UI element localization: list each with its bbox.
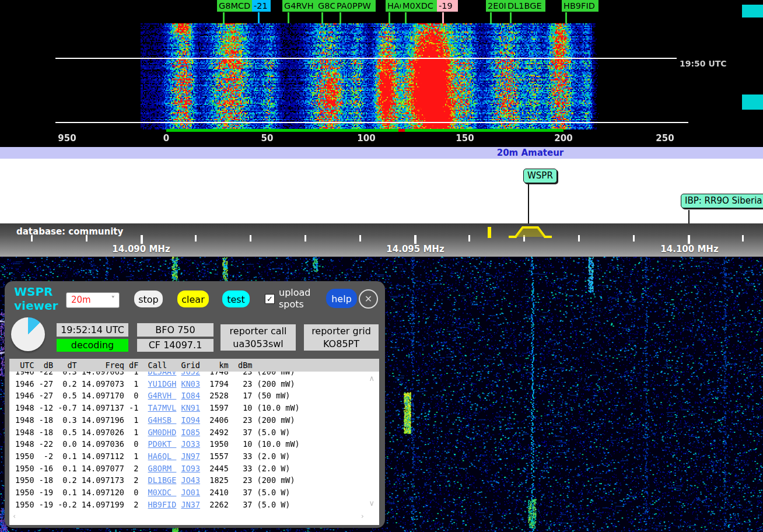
spot-callsign-stem — [258, 12, 260, 23]
spot-call-link[interactable]: PD0KT — [148, 439, 177, 449]
band-select[interactable]: 20m ˅ — [66, 292, 120, 308]
stop-button[interactable]: stop — [134, 290, 163, 307]
spot-callsign-label[interactable]: M0XDC — [401, 0, 438, 12]
scroll-right-icon[interactable]: › — [361, 512, 364, 520]
test-button[interactable]: test — [222, 290, 250, 307]
spot-table-scroll-area[interactable]: 1946 -22 0.3 14.097063 1 DL5AAV JO52 174… — [9, 372, 379, 525]
spot-callsign-label[interactable]: G4RVH — [282, 0, 316, 12]
spot-row: 1950 -18 0.2 14.097173 2 DL1BGE JO43 182… — [9, 474, 379, 487]
spot-call-link[interactable]: GM0DHD — [148, 428, 177, 437]
spot-grid-link[interactable]: JO33 — [181, 439, 201, 449]
scroll-up-icon[interactable]: ∧ — [369, 374, 374, 383]
spot-grid-link[interactable]: IO85 — [181, 428, 201, 437]
spot-grid-link[interactable]: KN91 — [181, 403, 201, 412]
spot-call-link[interactable]: M0XDC — [148, 488, 177, 497]
hz-scale-label: 250 — [656, 133, 674, 144]
spot-row: 1948 -18 0.5 14.097026 1 GM0DHD IO85 249… — [9, 426, 379, 439]
spot-grid-link[interactable]: JO43 — [181, 475, 201, 485]
chevron-down-icon: ˅ — [111, 295, 116, 303]
spot-row: 1946 -27 0.5 14.097170 0 G4RVH IO84 2528… — [9, 390, 379, 402]
decoding-status-badge: decoding — [57, 339, 128, 352]
spot-grid-link[interactable]: IO94 — [181, 415, 201, 425]
scroll-left-icon[interactable]: ‹ — [13, 512, 16, 520]
frequency-label: 14.095 MHz — [386, 244, 444, 254]
spot-row: 1950 -19 -0.2 14.097199 2 HB9FID JN37 22… — [9, 499, 379, 511]
frequency-tick — [195, 235, 197, 242]
panel-title: WSPR viewer — [14, 285, 58, 313]
frequency-tick — [304, 235, 306, 242]
reporter-call-box: reporter call ua3053swl — [220, 324, 296, 351]
spot-callsign-label[interactable]: -19 — [437, 0, 458, 12]
spot-grid-link[interactable]: JO52 — [181, 372, 201, 376]
spot-grid-link[interactable]: IO84 — [181, 391, 201, 400]
panel-title-line2: viewer — [14, 299, 58, 313]
wspr-bookmark-label[interactable]: WSPR — [523, 169, 557, 183]
bfo-readout: BFO 750 — [137, 323, 214, 337]
spot-call-link[interactable]: DL1BGE — [148, 475, 177, 485]
waterfall-timeline-upper — [55, 58, 677, 59]
spot-grid-link[interactable]: JO01 — [181, 488, 201, 497]
spot-row: 1946 -22 0.3 14.097063 1 DL5AAV JO52 174… — [9, 372, 379, 378]
spot-callsign-label[interactable]: G8C — [316, 0, 337, 12]
spot-call-link[interactable]: HB9FID — [148, 500, 177, 509]
frequency-label: 14.090 MHz — [112, 244, 170, 254]
kiwisdr-screen: G8MCD-21G4RVHG8CPA0PPWHA6M0XDC-192E0IDL1… — [0, 0, 763, 532]
hz-scale-label: 200 — [554, 133, 572, 144]
spot-call-link[interactable]: G4HSB — [148, 415, 177, 425]
frequency-tick — [359, 235, 361, 242]
spot-call-link[interactable]: DL5AAV — [148, 372, 177, 376]
frequency-tick — [578, 235, 580, 242]
clear-button[interactable]: clear — [177, 290, 209, 307]
hz-scale-label: 50 — [261, 133, 274, 144]
upload-spots-label: upload spots — [279, 287, 311, 310]
spot-grid-link[interactable]: JN37 — [181, 500, 201, 509]
hz-scale-label: 950 — [58, 133, 76, 144]
hz-scale-label: 100 — [357, 133, 375, 144]
hz-scale-label: 150 — [456, 133, 474, 144]
frequency-tick — [141, 235, 143, 244]
spot-callsign-stem — [340, 12, 341, 23]
spot-callsign-label[interactable]: 2E0I — [486, 0, 508, 12]
frequency-label: 14.100 MHz — [660, 244, 718, 254]
right-edge-signal-block — [742, 5, 763, 18]
frequency-tick — [688, 235, 690, 244]
spot-call-link[interactable]: TA7MVL — [148, 403, 177, 412]
band-bar: 20m Amateur — [0, 147, 763, 159]
frequency-tick — [86, 235, 88, 242]
spot-callsign-label[interactable]: HB9FID — [562, 0, 598, 12]
right-edge-signal-block — [742, 94, 763, 110]
spot-callsign-stem — [510, 12, 512, 23]
spot-grid-link[interactable]: KN03 — [181, 379, 201, 388]
ibp-bookmark-label[interactable]: IBP: RR9O Siberia — [681, 194, 763, 208]
spot-callsign-stem — [490, 12, 492, 23]
spot-callsign-label[interactable]: G8MCD — [217, 0, 254, 12]
spot-call-link[interactable]: G8ORM — [148, 464, 177, 473]
waterfall-utc-label: 19:50 UTC — [680, 59, 727, 68]
spot-callsign-label[interactable]: HA6 — [386, 0, 402, 12]
spot-grid-link[interactable]: IO93 — [181, 464, 201, 473]
scroll-down-icon[interactable]: ∨ — [369, 499, 374, 508]
frequency-tick — [468, 235, 470, 242]
frequency-tick — [633, 235, 635, 242]
frequency-tick — [31, 235, 33, 242]
spot-row: 1950 -16 0.1 14.097077 2 G8ORM IO93 2445… — [9, 463, 379, 475]
spot-row: 1948 -12 -0.7 14.097137 -1 TA7MVL KN91 1… — [9, 402, 379, 414]
wspr-decode-waterfall[interactable] — [0, 0, 763, 147]
spot-grid-link[interactable]: JN97 — [181, 452, 201, 461]
spot-row: 1948 -22 0.0 14.097036 0 PD0KT JO33 1950… — [9, 438, 379, 450]
spot-call-link[interactable]: YU1DGH — [148, 379, 177, 388]
spot-callsign-label[interactable]: DL1BGE — [506, 0, 545, 12]
spot-callsign-label[interactable]: PA0PPW — [335, 0, 376, 12]
spot-call-link[interactable]: G4RVH — [148, 391, 177, 400]
decode-range-bar — [166, 129, 564, 132]
passband-trapezoid[interactable] — [505, 225, 558, 240]
bookmark-tick[interactable] — [488, 227, 491, 238]
frequency-scale[interactable]: database: community 14.090 MHz14.095 MHz… — [0, 223, 763, 257]
spot-table: UTC dB dT Freq dF Call Grid km dBm 1946 … — [9, 359, 379, 525]
upload-spots-checkbox[interactable]: ✓ — [265, 294, 275, 304]
help-button[interactable]: help — [326, 289, 357, 308]
close-icon[interactable]: ✕ — [359, 289, 378, 309]
spot-call-link[interactable]: HA6QL — [148, 452, 177, 461]
spot-callsign-stem — [321, 12, 323, 23]
spot-callsign-label[interactable]: -21 — [252, 0, 271, 12]
